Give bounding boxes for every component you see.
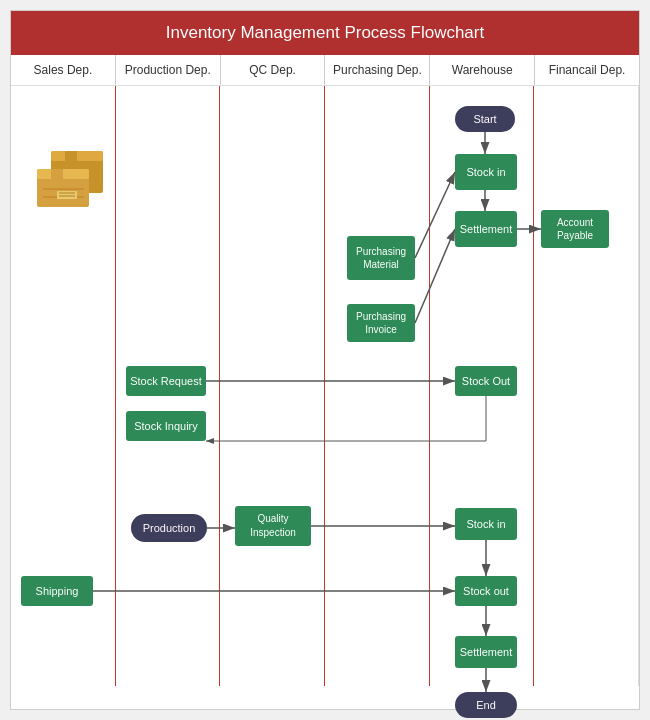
- lane-warehouse: [430, 86, 535, 686]
- chart-title: Inventory Management Process Flowchart: [11, 11, 639, 55]
- end-shape: [455, 692, 517, 718]
- lane-header-qc: QC Dep.: [221, 55, 326, 85]
- lane-qc: [220, 86, 325, 686]
- lane-production: [116, 86, 221, 686]
- lane-header-production: Production Dep.: [116, 55, 221, 85]
- lane-header-sales: Sales Dep.: [11, 55, 116, 85]
- lane-header-purchasing: Purchasing Dep.: [325, 55, 430, 85]
- lane-purchasing: [325, 86, 430, 686]
- end-label: End: [476, 699, 496, 711]
- lane-header-warehouse: Warehouse: [430, 55, 535, 85]
- lane-finance: [534, 86, 639, 686]
- lane-sales: [11, 86, 116, 686]
- swimlane-header: Sales Dep. Production Dep. QC Dep. Purch…: [11, 55, 639, 86]
- chart-wrapper: Inventory Management Process Flowchart S…: [10, 10, 640, 710]
- lane-header-finance: Financail Dep.: [535, 55, 639, 85]
- swimlane-body: Start Stock in Purchasing Material Purch…: [11, 86, 639, 686]
